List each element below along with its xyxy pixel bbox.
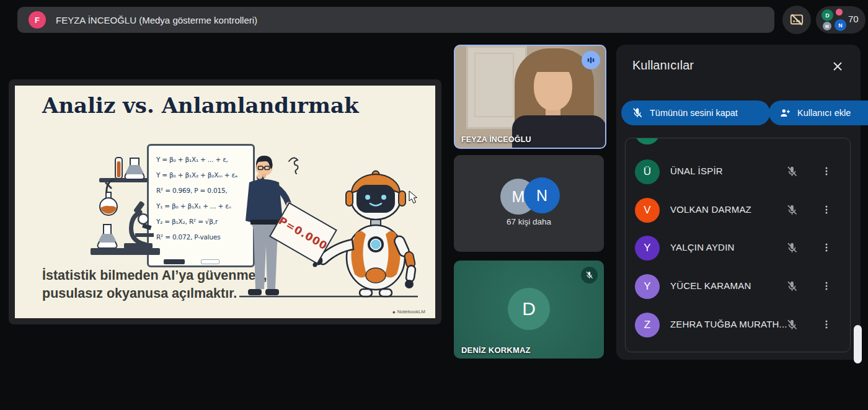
avatar: D bbox=[822, 9, 833, 21]
mic-off-icon bbox=[585, 270, 594, 280]
tile-name-label: DENİZ KORKMAZ bbox=[461, 345, 531, 355]
presenter-banner[interactable]: F FEYZA İNCEOĞLU (Medya gösterme kontrol… bbox=[17, 7, 774, 33]
participant-row[interactable]: Z ZEHRA TUĞBA MURATH... bbox=[626, 310, 850, 340]
formula-line: Y = β₀ + β₁X₂ + β₂Xₘ + εₑ bbox=[149, 167, 253, 183]
participant-name: ÜNAL İSPİR bbox=[670, 166, 723, 176]
participant-list: Ü ÜNAL İSPİR V VOLKAN DARMAZ Y YALÇIN AY… bbox=[625, 138, 851, 352]
avatar: N bbox=[835, 19, 846, 31]
speaking-indicator bbox=[582, 51, 600, 69]
formula-line: R² = 0.072, P-values bbox=[149, 230, 253, 245]
captions-off-button[interactable] bbox=[782, 6, 811, 34]
board-eraser bbox=[164, 259, 185, 264]
slide-canvas: Analiz vs. Anlamlandırmak Y = β₀ + β₁X₁ … bbox=[15, 86, 435, 318]
paper-p-value: P=0.000 bbox=[277, 214, 330, 252]
presenter-label: FEYZA İNCEOĞLU (Medya gösterme kontrolle… bbox=[56, 15, 257, 25]
mic-off-icon[interactable] bbox=[786, 241, 799, 254]
more-options-icon[interactable] bbox=[820, 203, 833, 216]
meet-window: F FEYZA İNCEOĞLU (Medya gösterme kontrol… bbox=[0, 0, 868, 410]
self-video-tile[interactable]: FEYZA İNCEOĞLU bbox=[454, 45, 606, 149]
tile-name-label: FEYZA İNCEOĞLU bbox=[461, 135, 531, 144]
more-options-icon[interactable] bbox=[820, 280, 833, 292]
control-bar: 21:13 bwa-cpod-bkv bbox=[0, 366, 868, 410]
quote-line: İstatistik bilmeden AI’ya güvenmek, bbox=[42, 267, 267, 285]
participant-row[interactable]: Y YALÇIN AYDIN bbox=[626, 233, 850, 263]
add-user-label: Kullanıcı ekle bbox=[797, 108, 851, 118]
formula-line: Y = β₀ + β₁X₁ + ... + ε, bbox=[149, 152, 253, 167]
avatar: Ü bbox=[635, 159, 660, 184]
mic-off-icon[interactable] bbox=[786, 138, 799, 138]
confusion-squiggle bbox=[289, 158, 298, 174]
avatar: Y bbox=[635, 236, 660, 261]
board-marker bbox=[201, 259, 219, 264]
avatar bbox=[635, 138, 660, 145]
more-options-icon[interactable] bbox=[820, 241, 833, 254]
cursor-icon bbox=[409, 191, 417, 203]
quote-line: pusulasız okyanusa açılmaktır. bbox=[42, 285, 267, 303]
audio-level-icon bbox=[585, 55, 596, 66]
muted-indicator bbox=[581, 267, 598, 283]
participant-name: YALÇIN AYDIN bbox=[670, 242, 735, 252]
participant-row[interactable]: Ü ÜNAL İSPİR bbox=[626, 157, 850, 187]
participant-count: 70 bbox=[848, 14, 859, 24]
users-panel: Kullanıcılar Tümünün sesini kapat Kullan… bbox=[616, 45, 861, 360]
notebooklm-credit: ◆ NotebookLM bbox=[392, 309, 425, 314]
avatar: M bbox=[823, 22, 831, 30]
avatar: N bbox=[524, 177, 560, 213]
whiteboard-illustration: Y = β₀ + β₁X₁ + ... + ε, Y = β₀ + β₁X₂ +… bbox=[147, 144, 255, 267]
more-options-icon[interactable] bbox=[820, 318, 833, 331]
mute-all-label: Tümünün sesini kapat bbox=[650, 108, 738, 118]
more-participants-label: 67 kişi daha bbox=[454, 217, 604, 226]
captions-off-icon bbox=[789, 12, 805, 28]
test-tube bbox=[115, 158, 122, 179]
participant-row[interactable]: Y YÜCEL KARAMAN bbox=[626, 272, 850, 301]
flask bbox=[97, 225, 117, 248]
add-user-button[interactable]: Kullanıcı ekle bbox=[769, 100, 868, 125]
p-value-paper: P=0.000 bbox=[270, 203, 336, 264]
stand-tube bbox=[107, 179, 114, 197]
close-panel-button[interactable] bbox=[831, 60, 844, 73]
participant-row[interactable] bbox=[626, 138, 850, 147]
participant-name: ZEHRA TUĞBA MURATH... bbox=[670, 319, 787, 329]
more-options-icon[interactable] bbox=[820, 165, 833, 177]
avatar: Y bbox=[635, 274, 660, 299]
slide-quote: İstatistik bilmeden AI’ya güvenmek, pusu… bbox=[42, 267, 267, 303]
mic-off-icon bbox=[631, 107, 644, 119]
notebooklm-logo-icon: ◆ bbox=[392, 310, 396, 314]
avatar: Z bbox=[635, 313, 660, 337]
participant-name: YÜCEL KARAMAN bbox=[670, 280, 751, 291]
formula-line: R² = 0.969, P = 0.015, bbox=[149, 183, 253, 198]
panel-title: Kullanıcılar bbox=[632, 58, 694, 73]
formula-line: Y₂ = β₁X₂, R² = √β,r bbox=[149, 214, 253, 230]
overflow-participants-tile[interactable]: M N 67 kişi daha bbox=[454, 155, 604, 252]
panel-scrollbar[interactable] bbox=[854, 325, 862, 363]
avatar bbox=[836, 9, 843, 16]
shelf bbox=[99, 178, 148, 182]
round-flask bbox=[100, 198, 117, 215]
mic-off-icon[interactable] bbox=[786, 280, 799, 293]
formula-line: Y₁ = β₀ + β₁X₁ + ... + εₙ bbox=[149, 198, 253, 214]
avatar: V bbox=[635, 198, 660, 223]
mute-all-button[interactable]: Tümünün sesini kapat bbox=[621, 100, 770, 125]
mic-off-icon[interactable] bbox=[786, 203, 799, 216]
participant-row[interactable]: V VOLKAN DARMAZ bbox=[626, 195, 850, 225]
person-add-icon bbox=[779, 107, 791, 119]
avatar: F bbox=[29, 11, 46, 29]
participant-video-tile[interactable]: D DENİZ KORKMAZ bbox=[454, 261, 604, 359]
person-hair-fringe bbox=[530, 57, 576, 72]
flask bbox=[125, 158, 144, 179]
presentation-slide: Analiz vs. Anlamlandırmak Y = β₀ + β₁X₁ … bbox=[9, 79, 441, 324]
mic-off-icon[interactable] bbox=[786, 318, 799, 331]
robot-figure bbox=[312, 171, 416, 297]
avatar: D bbox=[508, 288, 550, 330]
microscope-arm bbox=[131, 212, 145, 244]
participant-count-pill[interactable]: D M N 70 bbox=[816, 6, 866, 33]
credit-text: NotebookLM bbox=[397, 309, 425, 314]
mic-off-icon[interactable] bbox=[786, 165, 799, 178]
close-icon bbox=[831, 60, 844, 73]
slide-title: Analiz vs. Anlamlandırmak bbox=[42, 93, 359, 118]
participant-name: VOLKAN DARMAZ bbox=[670, 204, 751, 215]
